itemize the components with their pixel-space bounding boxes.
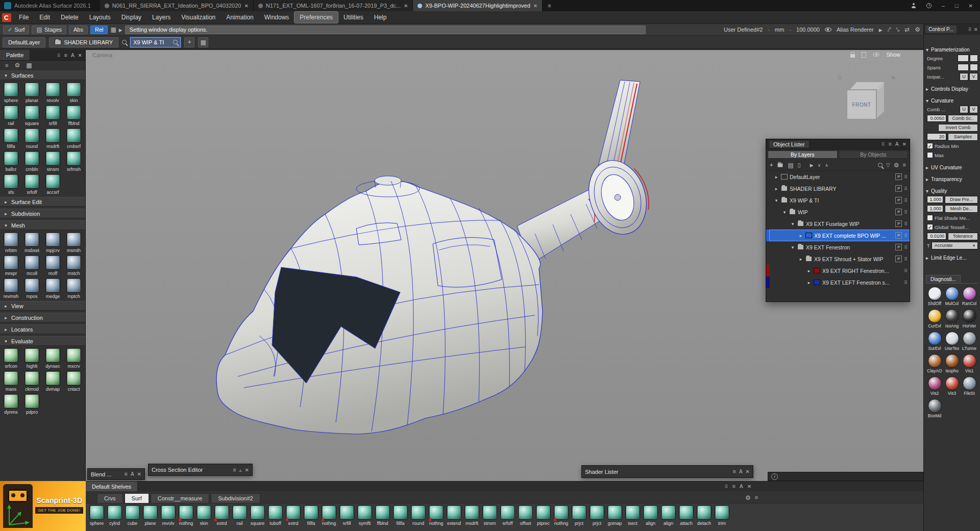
row-drag-handle-icon[interactable] (904, 256, 908, 262)
menu-item[interactable]: Display (116, 12, 146, 23)
panel-close-icon[interactable] (245, 467, 249, 473)
section-expander-icon[interactable] (4, 339, 8, 344)
palette-menu-icon[interactable] (64, 53, 67, 58)
diagnostic-shading-mode[interactable]: Vis2 (926, 376, 943, 396)
palette-tool[interactable]: revolv (42, 81, 63, 104)
palette-tool[interactable]: ckmod (21, 370, 42, 393)
stages-button[interactable]: Stages (32, 26, 66, 34)
delete-layer-icon[interactable] (798, 162, 801, 168)
layer-type-icon[interactable] (805, 256, 812, 262)
shelf-tool[interactable]: nothng (320, 505, 338, 526)
object-lister-tab[interactable]: By Layers (768, 150, 838, 159)
diagnostic-shading-mode[interactable]: Isopho (943, 354, 961, 373)
palette-list-icon[interactable] (5, 63, 8, 68)
object-lister-titlebar[interactable]: Object Lister (766, 139, 910, 149)
palette-tool[interactable]: stnsm (42, 150, 63, 173)
palette-close-icon[interactable] (78, 53, 82, 58)
menu-item[interactable]: Preferences (295, 12, 338, 23)
pickable-badge[interactable]: P (895, 244, 902, 250)
info-icon[interactable] (771, 473, 778, 480)
viewcube-front-face[interactable]: FRONT (847, 90, 876, 119)
layer-name[interactable]: X9 EXT Shroud + Stator WIP (814, 256, 884, 262)
panel-autohide-icon[interactable] (739, 469, 743, 474)
spans-u-field[interactable] (958, 64, 969, 71)
document-tab[interactable]: X9-BPO-WIP-20240627Highlightimproved (413, 0, 543, 11)
palette-tool[interactable]: dynsec (42, 347, 63, 370)
lock-icon[interactable] (850, 54, 855, 58)
palette-tool[interactable]: cntact (63, 370, 84, 393)
layer-name[interactable]: X9 EXT Fenestron (806, 244, 850, 250)
layer-type-icon[interactable] (805, 233, 812, 238)
shelf-tool[interactable]: sphere (88, 505, 106, 526)
palette-section-header[interactable]: View (0, 301, 85, 311)
renderer-indicator[interactable]: Alias Renderer (837, 27, 874, 33)
layer-tree-row[interactable]: X9 EXT RIGHT Fenestron... (766, 265, 910, 276)
tree-expander-icon[interactable] (790, 221, 795, 226)
layer-type-icon[interactable] (781, 197, 788, 203)
palette-tool[interactable]: msmth (63, 231, 84, 254)
diagnostic-shading-mode[interactable]: UseTex (943, 332, 961, 351)
layer-name[interactable]: X9 WIP & TI (790, 197, 819, 204)
palette-tool[interactable]: srfoff (21, 173, 42, 196)
row-drag-handle-icon[interactable] (904, 209, 908, 215)
quality-header[interactable]: Quality (926, 187, 978, 195)
layer-tree-row[interactable]: X9 WIP & TI P (766, 194, 910, 206)
active-layer-tab[interactable] (130, 37, 181, 47)
shelf-tool[interactable]: ffblnd (374, 505, 391, 526)
palette-section-header[interactable]: Construction (0, 313, 85, 322)
palette-tool[interactable]: round (21, 127, 42, 150)
menu-item[interactable]: Windows (259, 12, 295, 23)
tab-list-menu-button[interactable] (543, 0, 556, 11)
layer-tree-row[interactable]: DefaultLayer P (766, 171, 910, 183)
layer-name-input[interactable] (133, 39, 171, 45)
palette-section-header[interactable]: Locators (0, 324, 85, 334)
palette-tool[interactable]: mcoll (21, 254, 42, 277)
palette-tool[interactable]: planar (21, 81, 42, 104)
shelf-dock-titlebar[interactable]: Default Shelves (86, 482, 923, 491)
layer-name[interactable]: X9 EXT RIGHT Fenestron... (822, 268, 889, 274)
filter-icon[interactable] (886, 162, 890, 168)
show-menu[interactable]: Show (886, 52, 900, 58)
panel-menu-icon[interactable] (125, 471, 128, 477)
promptline-expander-icon[interactable] (119, 27, 122, 33)
control-panel-titlebar[interactable]: Control P... (924, 24, 980, 35)
invert-comb-button[interactable]: Invert Comb (938, 124, 978, 132)
palette-tool[interactable]: nrbtm (1, 231, 21, 254)
row-drag-handle-icon[interactable] (904, 244, 908, 250)
dock-menu-icon[interactable] (974, 27, 977, 32)
layer-name[interactable]: X9 EXT Fuselage WIP (806, 221, 860, 227)
shelf-tab[interactable]: Constr__measure (151, 493, 209, 503)
palette-tool[interactable]: srfill (42, 104, 63, 127)
panel-autohide-icon[interactable] (131, 471, 134, 477)
palette-autohide-icon[interactable] (71, 53, 75, 58)
shelf-tool[interactable]: ptprec (534, 505, 552, 526)
shelf-tool[interactable]: prjct (570, 505, 588, 526)
section-expander-icon[interactable] (4, 73, 8, 78)
panel-menu-icon[interactable] (733, 469, 736, 474)
shelf-tool[interactable]: rail (231, 505, 249, 526)
palette-gear-icon[interactable] (14, 62, 20, 68)
menu-item[interactable]: Utilities (338, 12, 369, 23)
shader-library-button[interactable]: SHADER LIBRARY (49, 37, 118, 47)
diagnostic-shading-mode[interactable]: ShdOff (926, 287, 943, 306)
tab-close-icon[interactable] (404, 3, 408, 9)
shelf-tool[interactable]: symflt (356, 505, 374, 526)
palette-tool[interactable]: mstch (63, 254, 84, 277)
diagnostic-shading-mode[interactable]: FileSt (961, 376, 978, 396)
row-drag-handle-icon[interactable] (904, 186, 908, 191)
new-folder-icon[interactable] (777, 163, 783, 167)
tree-expander-icon[interactable] (774, 198, 779, 203)
diagnostic-shading-mode[interactable]: Vis1 (961, 354, 978, 373)
layer-type-icon[interactable] (814, 280, 820, 285)
diagnostic-shading-mode[interactable]: RanCol (961, 287, 978, 306)
dock-grip-icon[interactable] (968, 27, 972, 32)
relative-button[interactable]: Rel (90, 26, 108, 34)
palette-tool[interactable]: revmsh (1, 277, 21, 300)
renderer-visibility-icon[interactable] (825, 28, 831, 32)
shelf-tool[interactable]: extrd (213, 505, 231, 526)
section-expander-icon[interactable] (4, 199, 8, 205)
close-icon[interactable] (969, 3, 973, 9)
shelf-tool[interactable]: srfill (338, 505, 356, 526)
shelf-tool[interactable]: extrd (284, 505, 302, 526)
shelf-tool[interactable]: round (409, 505, 427, 526)
